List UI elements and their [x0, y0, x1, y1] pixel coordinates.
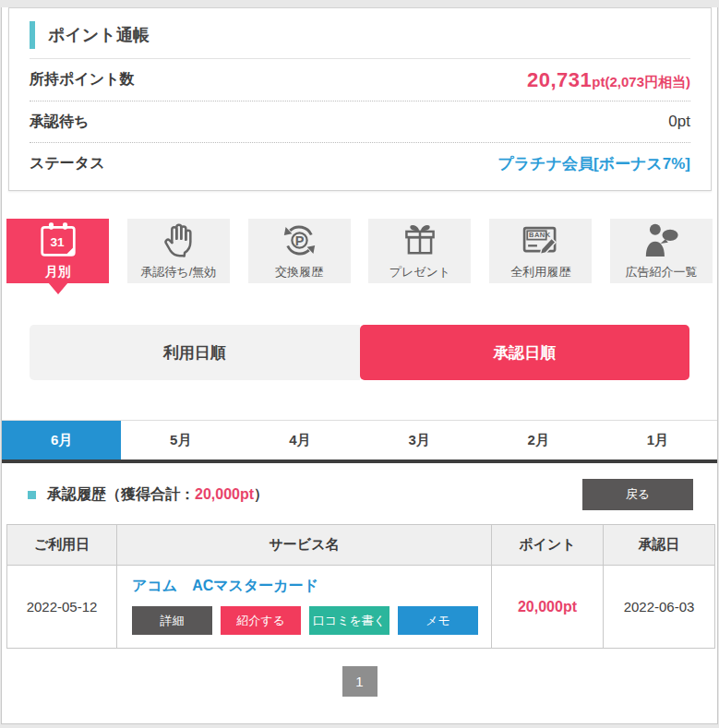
approval-history-table: ご利用日 サービス名 ポイント 承認日 2022-05-12 アコム ACマスタ… — [6, 524, 715, 649]
nav-exchange-history-button[interactable]: P 交換履歴 — [248, 219, 351, 283]
tab-month-june[interactable]: 6月 — [2, 421, 121, 459]
nav-all-usage-history-button[interactable]: BANK 全利用履歴 — [489, 219, 592, 283]
tab-month-january[interactable]: 1月 — [598, 421, 717, 459]
tab-month-march[interactable]: 3月 — [360, 421, 479, 459]
tab-month-april[interactable]: 4月 — [240, 421, 359, 459]
approval-history-title: 承認履歴（獲得合計：20,000pt） — [28, 485, 269, 505]
tab-approval-date-order[interactable]: 承認日順 — [360, 325, 690, 380]
use-date-cell: 2022-05-12 — [7, 566, 117, 649]
service-cell: アコム ACマスターカード 詳細 紹介する 口コミを書く メモ — [117, 566, 492, 649]
bank-passbook-icon: BANK — [521, 221, 560, 263]
pending-value: 0pt — [668, 113, 690, 131]
nav-pending-invalid-label: 承認待ち/無効 — [140, 264, 216, 280]
history-nav-row: 31 月別 承認待ち/無効 P — [6, 219, 713, 283]
points-value-main: 20,731 — [527, 68, 592, 91]
col-header-service-name: サービス名 — [117, 525, 492, 566]
nav-monthly-button[interactable]: 31 月別 — [6, 219, 109, 283]
person-referral-icon — [641, 221, 680, 263]
service-action-buttons: 詳細 紹介する 口コミを書く メモ — [132, 606, 478, 635]
approval-history-title-text: 承認履歴（獲得合計：20,000pt） — [47, 485, 269, 505]
page-1-button[interactable]: 1 — [342, 666, 377, 697]
points-cell: 20,000pt — [492, 566, 604, 649]
write-review-button[interactable]: 口コミを書く — [309, 606, 389, 635]
calendar-icon: 31 — [38, 221, 78, 263]
points-label: 所持ポイント数 — [30, 70, 135, 90]
exchange-points-icon: P — [281, 221, 318, 263]
svg-text:P: P — [294, 233, 304, 248]
gift-icon — [401, 221, 438, 263]
point-summary-card: ポイント通帳 所持ポイント数 20,731pt(2,073円相当) 承認待ち 0… — [8, 7, 712, 191]
col-header-points: ポイント — [492, 525, 604, 566]
svg-text:31: 31 — [50, 235, 65, 249]
month-tab-bar: 6月 5月 4月 3月 2月 1月 — [2, 420, 717, 463]
tab-month-february[interactable]: 2月 — [479, 421, 598, 459]
total-earned-points: 20,000pt — [195, 486, 254, 502]
pending-row: 承認待ち 0pt — [30, 101, 690, 142]
nav-ad-referral-list-label: 広告紹介一覧 — [625, 264, 697, 280]
nav-exchange-history-label: 交換履歴 — [275, 264, 323, 280]
point-passbook-page: ポイント通帳 所持ポイント数 20,731pt(2,073円相当) 承認待ち 0… — [1, 7, 718, 724]
pending-label: 承認待ち — [30, 113, 89, 132]
points-value-sub: pt(2,073円相当) — [592, 74, 690, 90]
tab-usage-date-order[interactable]: 利用日順 — [30, 325, 360, 380]
refer-button[interactable]: 紹介する — [221, 606, 301, 635]
back-button[interactable]: 戻る — [582, 479, 693, 510]
svg-text:BANK: BANK — [529, 231, 551, 239]
sort-tab-bar: 利用日順 承認日順 — [30, 325, 689, 380]
nav-present-button[interactable]: プレゼント — [368, 219, 471, 283]
status-value[interactable]: プラチナ会員[ボーナス7%] — [497, 153, 690, 174]
memo-button[interactable]: メモ — [398, 606, 478, 635]
tab-month-may[interactable]: 5月 — [121, 421, 240, 459]
square-bullet-icon — [28, 491, 36, 499]
table-row: 2022-05-12 アコム ACマスターカード 詳細 紹介する 口コミを書く … — [7, 566, 715, 649]
service-name-link[interactable]: アコム ACマスターカード — [132, 577, 318, 596]
approval-date-cell: 2022-06-03 — [604, 566, 715, 649]
nav-present-label: プレゼント — [389, 264, 451, 280]
nav-ad-referral-list-button[interactable]: 広告紹介一覧 — [610, 219, 713, 283]
table-header-row: ご利用日 サービス名 ポイント 承認日 — [7, 525, 715, 566]
nav-monthly-label: 月別 — [45, 264, 71, 280]
detail-button[interactable]: 詳細 — [132, 606, 212, 635]
page-title: ポイント通帳 — [30, 21, 690, 49]
approval-history-header: 承認履歴（獲得合計：20,000pt） 戻る — [2, 463, 717, 524]
col-header-use-date: ご利用日 — [7, 525, 117, 566]
hand-icon — [160, 221, 197, 263]
nav-pending-invalid-button[interactable]: 承認待ち/無効 — [127, 219, 230, 283]
col-header-approval-date: 承認日 — [604, 525, 715, 566]
status-row: ステータス プラチナ会員[ボーナス7%] — [30, 142, 690, 184]
status-label: ステータス — [30, 154, 105, 173]
points-row: 所持ポイント数 20,731pt(2,073円相当) — [30, 59, 690, 101]
points-value: 20,731pt(2,073円相当) — [527, 68, 690, 92]
nav-all-usage-history-label: 全利用履歴 — [510, 264, 570, 280]
card-title-row: ポイント通帳 — [30, 21, 690, 59]
pagination: 1 — [2, 666, 717, 697]
